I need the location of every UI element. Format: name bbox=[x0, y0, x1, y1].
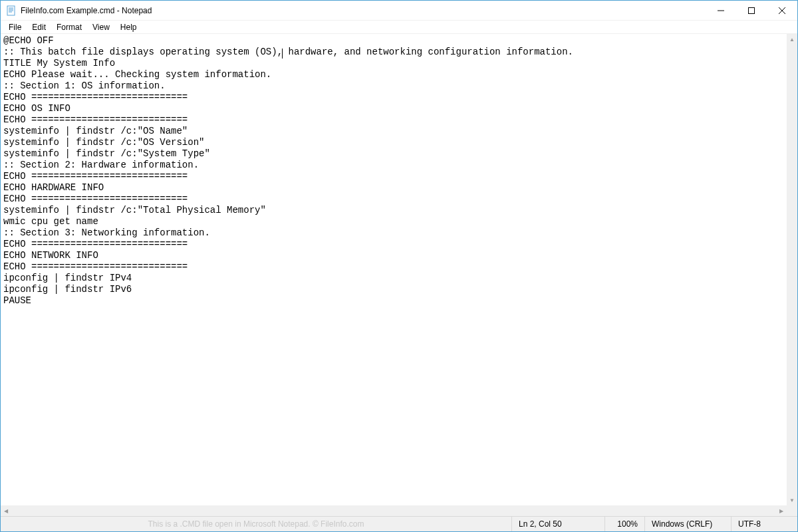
menu-format[interactable]: Format bbox=[51, 21, 87, 33]
status-position: Ln 2, Col 50 bbox=[511, 517, 604, 531]
notepad-icon bbox=[6, 5, 17, 16]
menu-edit[interactable]: Edit bbox=[27, 21, 51, 33]
close-button[interactable] bbox=[767, 1, 797, 20]
menu-view[interactable]: View bbox=[87, 21, 115, 33]
notepad-window: FileInfo.com Example.cmd - Notepad File … bbox=[0, 0, 798, 532]
maximize-button[interactable] bbox=[736, 1, 767, 20]
scrollbar-corner bbox=[787, 505, 797, 516]
scroll-down-icon[interactable]: ▼ bbox=[787, 495, 797, 505]
status-watermark: This is a .CMD file open in Microsoft No… bbox=[1, 517, 511, 531]
window-title: FileInfo.com Example.cmd - Notepad bbox=[21, 6, 152, 15]
status-encoding: UTF-8 bbox=[731, 517, 797, 531]
editor-area: @ECHO OFF :: This batch file displays op… bbox=[1, 34, 797, 516]
menubar: File Edit Format View Help bbox=[1, 21, 797, 34]
scroll-right-icon[interactable]: ▶ bbox=[776, 505, 787, 516]
vertical-scrollbar[interactable]: ▲ ▼ bbox=[787, 34, 797, 505]
status-zoom: 100% bbox=[604, 517, 644, 531]
text-editor[interactable]: @ECHO OFF :: This batch file displays op… bbox=[1, 34, 787, 505]
statusbar: This is a .CMD file open in Microsoft No… bbox=[1, 516, 797, 531]
window-controls bbox=[706, 1, 797, 20]
status-line-ending: Windows (CRLF) bbox=[644, 517, 731, 531]
titlebar: FileInfo.com Example.cmd - Notepad bbox=[1, 1, 797, 21]
scroll-left-icon[interactable]: ◀ bbox=[1, 505, 11, 516]
svg-rect-6 bbox=[749, 7, 755, 13]
horizontal-scrollbar[interactable]: ◀ ▶ bbox=[1, 505, 787, 516]
menu-file[interactable]: File bbox=[3, 21, 27, 33]
menu-help[interactable]: Help bbox=[115, 21, 142, 33]
minimize-button[interactable] bbox=[706, 1, 736, 20]
scroll-up-icon[interactable]: ▲ bbox=[787, 34, 797, 45]
text-caret bbox=[282, 49, 283, 59]
